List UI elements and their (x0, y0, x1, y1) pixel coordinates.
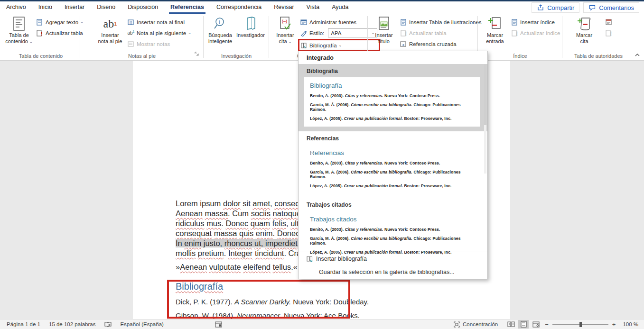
tab-insertar[interactable]: Insertar (58, 1, 91, 14)
text-segment: . (224, 249, 228, 257)
text-segment: ridiculus (176, 219, 205, 228)
comments-button[interactable]: Comentarios (583, 2, 639, 13)
language-button[interactable]: Español (España) (116, 320, 168, 329)
insert-citation-icon: (–) (271, 15, 299, 32)
style-brush-icon (300, 29, 308, 37)
text-segment: ut (254, 239, 261, 247)
zoom-in-button[interactable]: + (612, 321, 616, 328)
web-layout-button[interactable] (531, 320, 541, 329)
actualizar-tabla-ilustraciones-button: ! Actualizar tabla (400, 27, 482, 38)
doc-line: mollis pretium. Integer tincidunt. Cras … (176, 248, 300, 258)
tab-vista[interactable]: Vista (300, 1, 326, 14)
svg-text:[i]: [i] (130, 21, 132, 25)
tab-revisar[interactable]: Revisar (268, 1, 300, 14)
text-segment: García, M. Á. (2006). (310, 236, 351, 241)
referencia-cruzada-button[interactable]: Referencia cruzada (400, 38, 482, 49)
macro-record-button[interactable] (211, 320, 227, 329)
smart-lookup-line1: Búsqueda (208, 32, 232, 38)
scrollbar-thumb[interactable] (484, 64, 486, 125)
text-segment: García, M. Á. (2006). (310, 102, 351, 107)
toc-label-line2: contenido (5, 38, 28, 44)
text-segment: Donec (277, 229, 300, 238)
actualizar-indice-button: ! Actualizar índice (511, 27, 560, 38)
focus-mode-button[interactable]: Concentración (448, 320, 502, 329)
text-segment: Nueva York: Ace Books. (282, 311, 360, 320)
insert-bibliography-icon (306, 255, 313, 263)
text-segment: Neuromancer. (237, 311, 281, 320)
menu-item-guardar-la[interactable]: Guardar la selección en la galería de bi… (299, 265, 487, 279)
busqueda-inteligente-button[interactable]: i Búsqueda inteligente (205, 15, 235, 45)
bibliography-gallery-item[interactable]: Bibliografía Bibliografía Benito, A. (20… (299, 64, 487, 131)
refresh-authorities-icon: ! (605, 29, 612, 37)
group-indice: Marcar entrada Insertar índice ! Actuali… (479, 14, 561, 60)
word-count-label: 15 de 102 palabras (49, 321, 95, 327)
text-segment: In (176, 239, 184, 247)
investigador-button[interactable]: Investigador (235, 15, 266, 38)
tab-ayuda[interactable]: Ayuda (326, 1, 355, 14)
preview-entry: Benito, A. (2003). Citas y referencias. … (310, 93, 475, 98)
next-footnote-icon: ab1 (127, 29, 135, 37)
text-segment: Gibson, W. (1984). (176, 311, 237, 320)
marcar-entrada-button[interactable]: Marcar entrada (481, 15, 509, 45)
insertar-cita-button[interactable]: (–) Insertar cita ⌄ (271, 15, 299, 45)
menu-item-insertar-bibliografia[interactable]: Insertar bibliografía (299, 252, 487, 265)
gallery-item-title: Bibliografía (299, 64, 487, 77)
gallery-scrollbar[interactable] (484, 64, 486, 174)
text-segment: Benito, A. (2003). (310, 93, 345, 98)
agregar-texto-button[interactable]: Agregar texto ⌄ (36, 17, 84, 27)
dialog-launcher-icon[interactable] (195, 50, 199, 58)
style-label: Estilo: (309, 30, 324, 36)
read-mode-button[interactable] (506, 320, 516, 329)
proofing-status-button[interactable] (100, 320, 116, 329)
preview-entries: Benito, A. (2003). Citas y referencias. … (310, 227, 475, 255)
tab-inicio[interactable]: Inicio (32, 1, 58, 14)
text-segment: , (286, 219, 290, 228)
nota-al-pie-siguiente-button[interactable]: ab1 Nota al pie siguiente ⌄ (127, 27, 191, 38)
tab-archivo[interactable]: Archivo (0, 1, 32, 14)
marcar-cita-button[interactable]: Marcar cita (570, 15, 598, 45)
refresh-table-icon: ! (400, 29, 407, 37)
group-label-toc: Tabla de contenido (3, 53, 79, 59)
chevron-down-icon: ⌄ (188, 31, 191, 35)
text-segment: tellus (273, 263, 291, 271)
text-segment: felis (272, 219, 286, 228)
view-switcher (506, 320, 541, 329)
bibliography-gallery-item[interactable]: Referencias Referencias Benito, A. (2003… (299, 131, 487, 198)
insertar-nota-al-final-button[interactable]: [i] Insertar nota al final (127, 17, 191, 27)
insertar-titulo-button[interactable]: Insertar título (370, 15, 398, 45)
insert-index-icon (511, 18, 518, 26)
tab-disposicion[interactable]: Disposición (121, 1, 164, 14)
insertar-indice-button[interactable]: Insertar índice (511, 17, 560, 27)
doc-line: consequat massa quis enim. Donec ped (176, 228, 300, 238)
zoom-out-button[interactable]: − (545, 321, 549, 328)
print-layout-button[interactable] (518, 320, 529, 329)
administrar-fuentes-button[interactable]: Administrar fuentes (300, 17, 377, 27)
zoom-level-button[interactable]: 100 % (618, 320, 644, 329)
insert-caption-line2: título (378, 38, 390, 44)
text-segment: García, M. Á. (2006). (310, 170, 351, 174)
tabla-de-contenido-button[interactable]: Tabla de contenido ⌄ (4, 15, 34, 45)
insertar-nota-al-pie-button[interactable]: ab1 Insertar nota al pie (95, 15, 125, 45)
word-count[interactable]: 15 de 102 palabras (45, 320, 100, 329)
text-segment: tincidunt (255, 249, 284, 257)
actualizar-tabla-button[interactable]: ! Actualizar tabla (36, 27, 84, 38)
insertar-tabla-autoridades-button[interactable] (605, 17, 612, 27)
style-value: APA (331, 30, 341, 36)
tab-correspondencia[interactable]: Correspondencia (210, 1, 268, 14)
insertar-tabla-ilustraciones-button[interactable]: Insertar Tabla de ilustraciones (400, 17, 482, 27)
text-segment: Nueva York: Contoso Press. (383, 93, 440, 98)
share-button[interactable]: Compartir (532, 2, 579, 13)
tab-referencias[interactable]: Referencias (164, 1, 210, 14)
tab-diseno[interactable]: Diseño (91, 1, 121, 14)
zoom-thumb[interactable] (579, 322, 582, 327)
text-segment: Nueva York: Doubleday. (291, 298, 369, 306)
collapse-ribbon-icon[interactable] (635, 52, 640, 58)
page-indicator[interactable]: Página 1 de 1 (0, 320, 45, 329)
comment-icon (588, 4, 596, 11)
text-segment: Nueva York: Contoso Press. (383, 161, 440, 165)
bibliografia-button[interactable]: Bibliografía ⌄ (300, 40, 377, 51)
doc-quote: »Aenean vulputate eleifend tellus.« (Gib (176, 263, 315, 272)
zoom-track[interactable] (552, 324, 608, 325)
chevron-down-icon: ⌄ (339, 43, 342, 47)
group-label-index: Índice (479, 53, 561, 59)
